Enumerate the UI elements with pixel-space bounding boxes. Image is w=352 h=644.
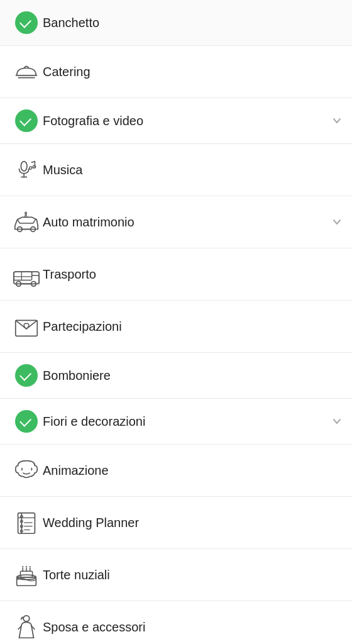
- list-item-animazione[interactable]: Animazione: [0, 445, 352, 497]
- list-item-fiori[interactable]: Fiori e decorazioni: [0, 399, 352, 445]
- list-item-partecipazioni[interactable]: Partecipazioni: [0, 301, 352, 353]
- catering-label: Catering: [43, 65, 342, 79]
- svg-point-2: [21, 162, 27, 171]
- banchetto-label: Banchetto: [43, 16, 342, 30]
- list-item-torte[interactable]: Torte nuziali: [0, 549, 352, 601]
- list-item-musica[interactable]: Musica: [0, 144, 352, 196]
- musica-label: Musica: [43, 163, 342, 177]
- sposa-label: Sposa e accessori: [43, 620, 342, 635]
- list-item-trasporto[interactable]: Trasporto: [0, 248, 352, 301]
- list-item-sposa[interactable]: Sposa e accessori: [0, 601, 352, 644]
- partecipazioni-label: Partecipazioni: [43, 319, 342, 334]
- list-item-banchetto[interactable]: Banchetto: [0, 0, 352, 46]
- fiori-label: Fiori e decorazioni: [43, 414, 342, 429]
- auto-icon: [10, 208, 43, 236]
- svg-point-6: [33, 165, 35, 168]
- musica-icon: [10, 155, 43, 184]
- fotografia-label: Fotografia e video: [43, 114, 342, 128]
- animazione-label: Animazione: [43, 464, 342, 478]
- bomboniere-icon: [10, 364, 43, 387]
- svg-point-5: [30, 167, 32, 169]
- partecipazioni-icon: [10, 312, 43, 341]
- torte-icon: [10, 560, 43, 589]
- fotografia-icon: [10, 109, 43, 132]
- list-item-bomboniere[interactable]: Bomboniere: [0, 353, 352, 399]
- trasporto-label: Trasporto: [43, 267, 342, 282]
- svg-rect-31: [20, 571, 32, 577]
- torte-label: Torte nuziali: [43, 568, 342, 582]
- sposa-icon: [10, 613, 43, 641]
- svg-rect-12: [14, 272, 32, 280]
- list-item-auto[interactable]: Auto matrimonio: [0, 196, 352, 248]
- bomboniere-label: Bomboniere: [43, 369, 342, 383]
- banchetto-icon: [10, 11, 43, 34]
- auto-chevron-icon[interactable]: [329, 214, 344, 230]
- fiori-chevron-icon[interactable]: [329, 414, 344, 429]
- list-item-wedding-planner[interactable]: Wedding Planner: [0, 497, 352, 549]
- fotografia-chevron-icon[interactable]: [329, 113, 344, 128]
- category-list: Banchetto CateringFotografia e video Mus…: [0, 0, 352, 644]
- catering-icon: [10, 57, 43, 86]
- list-item-catering[interactable]: Catering: [0, 46, 352, 98]
- list-item-fotografia[interactable]: Fotografia e video: [0, 98, 352, 144]
- wedding-planner-icon: [10, 508, 43, 537]
- animazione-icon: [10, 456, 43, 485]
- fiori-icon: [10, 410, 43, 433]
- svg-point-35: [23, 616, 30, 622]
- auto-label: Auto matrimonio: [43, 215, 342, 230]
- wedding-planner-label: Wedding Planner: [43, 516, 342, 530]
- trasporto-icon: [10, 260, 43, 289]
